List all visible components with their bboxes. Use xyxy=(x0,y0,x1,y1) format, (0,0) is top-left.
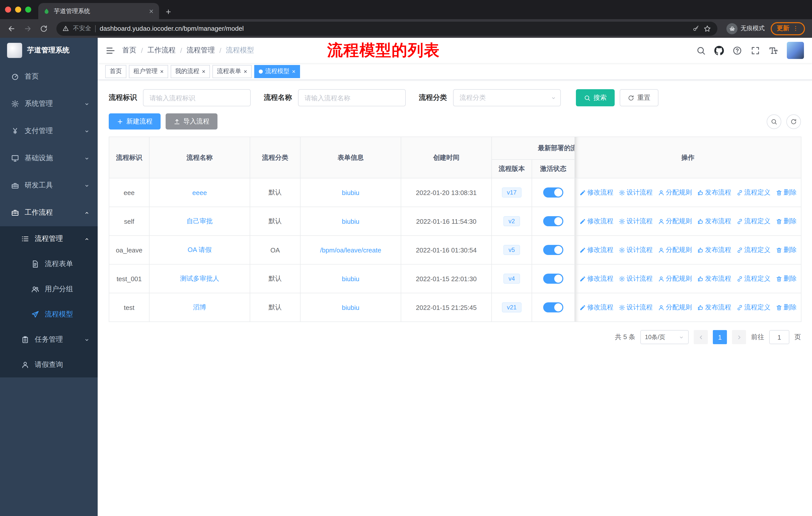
action-modify-process[interactable]: 修改流程 xyxy=(579,245,613,254)
browser-tab[interactable]: 芋道管理系统 xyxy=(38,3,159,19)
create-process-button[interactable]: 新建流程 xyxy=(109,113,161,130)
search-button[interactable]: 搜索 xyxy=(576,89,615,106)
tag-close-icon[interactable]: × xyxy=(292,68,295,74)
goto-page-input[interactable] xyxy=(769,330,789,344)
sidebar-item-task-management[interactable]: 任务管理 xyxy=(0,327,98,352)
sidebar-item-process-form[interactable]: 流程表单 xyxy=(0,251,98,277)
form-link[interactable]: biubiu xyxy=(342,217,359,225)
tag-my-process[interactable]: 我的流程× xyxy=(171,65,210,78)
tag-tenant-management[interactable]: 租户管理× xyxy=(129,65,168,78)
form-link[interactable]: /bpm/oa/leave/create xyxy=(320,246,381,254)
address-bar[interactable]: 不安全 dashboard.yudao.iocoder.cn/bpm/manag… xyxy=(56,21,717,35)
action-assign-rules[interactable]: 分配规则 xyxy=(658,217,692,226)
process-category-select[interactable]: 流程分类 xyxy=(453,89,561,106)
action-process-definition[interactable]: 流程定义 xyxy=(736,217,771,226)
action-design-process[interactable]: 设计流程 xyxy=(618,188,653,197)
action-design-process[interactable]: 设计流程 xyxy=(618,303,653,312)
action-publish-process[interactable]: 发布流程 xyxy=(697,245,731,254)
action-delete[interactable]: 删除 xyxy=(776,188,796,197)
tag-process-model[interactable]: 流程模型× xyxy=(254,65,300,78)
sidebar-item-leave-query[interactable]: 请假查询 xyxy=(0,352,98,377)
action-process-definition[interactable]: 流程定义 xyxy=(736,303,771,312)
tag-close-icon[interactable]: × xyxy=(244,68,247,74)
action-modify-process[interactable]: 修改流程 xyxy=(579,274,613,283)
toggle-search-button[interactable] xyxy=(767,114,781,129)
active-toggle[interactable] xyxy=(543,274,563,284)
sidebar-item-process-management[interactable]: 流程管理 xyxy=(0,226,98,251)
minimize-window-button[interactable] xyxy=(15,6,21,12)
form-link[interactable]: biubiu xyxy=(342,304,359,311)
active-toggle[interactable] xyxy=(543,216,563,226)
action-delete[interactable]: 删除 xyxy=(776,303,796,312)
sidebar-item-payment[interactable]: 支付管理 xyxy=(0,117,98,145)
action-publish-process[interactable]: 发布流程 xyxy=(697,188,731,197)
form-link[interactable]: biubiu xyxy=(342,189,359,196)
action-design-process[interactable]: 设计流程 xyxy=(618,274,653,283)
page-size-select[interactable]: 10条/页 xyxy=(640,330,689,344)
search-icon[interactable] xyxy=(696,46,706,55)
sidebar-item-workflow[interactable]: 工作流程 xyxy=(0,199,98,226)
action-assign-rules[interactable]: 分配规则 xyxy=(658,303,692,312)
page-button-1[interactable]: 1 xyxy=(713,330,727,344)
forward-button[interactable] xyxy=(21,22,34,35)
action-design-process[interactable]: 设计流程 xyxy=(618,217,653,226)
process-key-input[interactable] xyxy=(143,89,251,106)
active-toggle[interactable] xyxy=(543,245,563,255)
user-avatar[interactable] xyxy=(787,42,804,59)
action-publish-process[interactable]: 发布流程 xyxy=(697,274,731,283)
refresh-table-button[interactable] xyxy=(786,114,801,129)
sidebar-item-system[interactable]: 系统管理 xyxy=(0,90,98,117)
action-assign-rules[interactable]: 分配规则 xyxy=(658,274,692,283)
tab-close-icon[interactable] xyxy=(148,8,154,14)
new-tab-button[interactable] xyxy=(165,7,172,16)
kebab-menu-icon[interactable] xyxy=(792,25,799,32)
import-process-button[interactable]: 导入流程 xyxy=(166,113,218,130)
zoom-window-button[interactable] xyxy=(25,6,31,12)
breadcrumb-item[interactable]: 工作流程 xyxy=(147,46,176,55)
sidebar-item-user-group[interactable]: 用户分组 xyxy=(0,277,98,302)
action-process-definition[interactable]: 流程定义 xyxy=(736,188,771,197)
sidebar-item-home[interactable]: 首页 xyxy=(0,63,98,90)
action-assign-rules[interactable]: 分配规则 xyxy=(658,245,692,254)
reset-button[interactable]: 重置 xyxy=(620,89,659,106)
action-delete[interactable]: 删除 xyxy=(776,274,796,283)
help-icon[interactable] xyxy=(732,46,742,55)
process-name-link[interactable]: OA 请假 xyxy=(187,246,211,253)
action-assign-rules[interactable]: 分配规则 xyxy=(658,188,692,197)
tag-process-form[interactable]: 流程表单× xyxy=(212,65,252,78)
process-name-link[interactable]: eeee xyxy=(192,189,207,196)
action-publish-process[interactable]: 发布流程 xyxy=(697,217,731,226)
action-delete[interactable]: 删除 xyxy=(776,245,796,254)
process-name-input[interactable] xyxy=(298,89,406,106)
tag-home[interactable]: 首页 xyxy=(105,65,126,78)
close-window-button[interactable] xyxy=(5,6,11,12)
star-icon[interactable] xyxy=(703,24,711,32)
form-link[interactable]: biubiu xyxy=(342,275,359,282)
process-name-link[interactable]: 滔博 xyxy=(193,303,206,311)
action-modify-process[interactable]: 修改流程 xyxy=(579,303,613,312)
action-process-definition[interactable]: 流程定义 xyxy=(736,245,771,254)
action-delete[interactable]: 删除 xyxy=(776,217,796,226)
next-page-button[interactable] xyxy=(732,330,746,344)
prev-page-button[interactable] xyxy=(694,330,708,344)
action-process-definition[interactable]: 流程定义 xyxy=(736,274,771,283)
sidebar-toggle-button[interactable] xyxy=(106,46,115,55)
fullscreen-icon[interactable] xyxy=(751,46,760,55)
key-icon[interactable] xyxy=(693,25,699,32)
back-button[interactable] xyxy=(5,22,18,35)
tag-close-icon[interactable]: × xyxy=(202,68,205,74)
sidebar-item-process-model[interactable]: 流程模型 xyxy=(0,302,98,327)
font-size-icon[interactable] xyxy=(769,46,778,55)
tag-close-icon[interactable]: × xyxy=(160,68,164,74)
update-button[interactable]: 更新 xyxy=(771,22,805,35)
action-design-process[interactable]: 设计流程 xyxy=(618,245,653,254)
process-name-link[interactable]: 测试多审批人 xyxy=(180,275,219,282)
active-toggle[interactable] xyxy=(543,302,563,313)
breadcrumb-item[interactable]: 流程管理 xyxy=(187,46,215,55)
action-publish-process[interactable]: 发布流程 xyxy=(697,303,731,312)
github-icon[interactable] xyxy=(714,46,724,55)
sidebar-item-infrastructure[interactable]: 基础设施 xyxy=(0,145,98,172)
reload-button[interactable] xyxy=(37,22,50,35)
action-modify-process[interactable]: 修改流程 xyxy=(579,217,613,226)
breadcrumb-item[interactable]: 首页 xyxy=(122,46,137,55)
